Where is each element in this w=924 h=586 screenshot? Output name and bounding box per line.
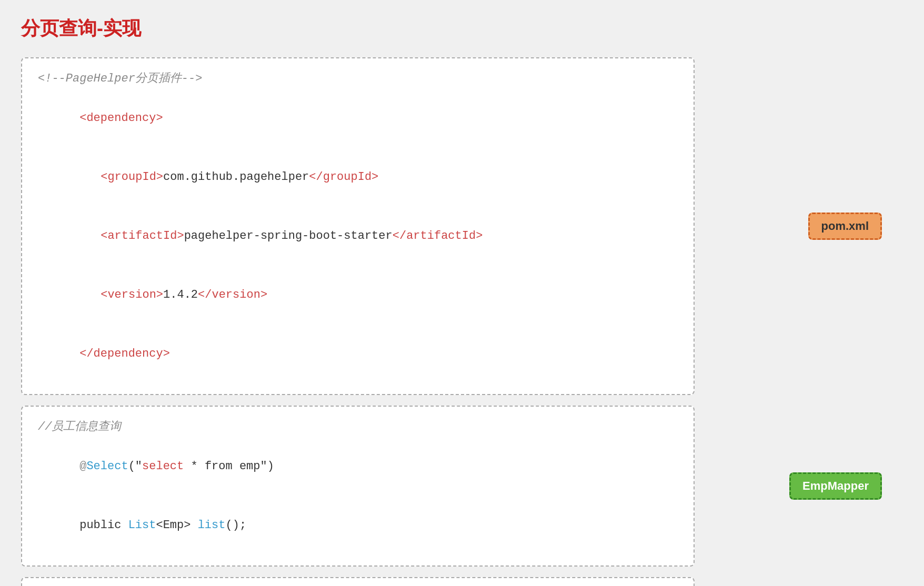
mapper-from-kw: from	[205, 460, 233, 473]
mapper-method-line: public List<Emp> list();	[38, 496, 678, 555]
pom-line-3: <artifactId>pagehelper-spring-boot-start…	[38, 207, 678, 266]
pom-line-1: <dependency>	[38, 88, 678, 147]
mapper-method-parens: ();	[225, 519, 246, 532]
pom-line-2: <groupId>com.github.pagehelper</groupId>	[38, 148, 678, 207]
mapper-emp: emp")	[233, 460, 274, 473]
pom-tag-groupid-close: </groupId>	[309, 170, 378, 184]
service-section: @Override public PageBean page(Integer p…	[21, 577, 903, 586]
pom-tag-dependency-open: <dependency>	[79, 112, 163, 125]
mapper-generics: <Emp>	[156, 519, 197, 532]
pom-line-5: </dependency>	[38, 325, 678, 383]
mapper-annotation-paren: ("	[128, 460, 142, 473]
pom-tag-artifactid-close: </artifactId>	[393, 229, 483, 243]
mapper-section: //员工信息查询 @Select("select * from emp") pu…	[21, 406, 903, 567]
pom-line-4: <version>1.4.2</version>	[38, 266, 678, 325]
pom-version-value: 1.4.2	[163, 288, 198, 301]
mapper-annotation-at: @	[79, 460, 86, 473]
mapper-space1: *	[184, 460, 205, 473]
pom-groupid-value: com.github.pagehelper	[163, 170, 309, 184]
pom-label: pom.xml	[808, 213, 882, 240]
mapper-code-block: //员工信息查询 @Select("select * from emp") pu…	[21, 406, 695, 567]
mapper-public: public	[79, 519, 128, 532]
service-code-block: @Override public PageBean page(Integer p…	[21, 577, 695, 586]
mapper-list-type: List	[128, 519, 156, 532]
pom-tag-dependency-close: </dependency>	[79, 347, 170, 360]
mapper-annotation-select: Select	[86, 460, 128, 473]
mapper-label: EmpMapper	[789, 472, 882, 500]
pom-tag-artifactid-open: <artifactId>	[101, 229, 184, 243]
mapper-annotation-line: @Select("select * from emp")	[38, 437, 678, 496]
page-title: 分页查询-实现	[21, 16, 903, 42]
pom-tag-version-open: <version>	[101, 288, 163, 301]
pom-tag-groupid-open: <groupId>	[101, 170, 163, 184]
pom-comment: <!--PageHelper分页插件-->	[38, 69, 678, 88]
mapper-select-kw: select	[142, 460, 184, 473]
mapper-method-name: list	[198, 519, 226, 532]
mapper-comment: //员工信息查询	[38, 417, 678, 437]
pom-code-block: <!--PageHelper分页插件--> <dependency> <grou…	[21, 57, 695, 395]
pom-tag-version-close: </version>	[198, 288, 267, 301]
pom-artifactid-value: pagehelper-spring-boot-starter	[184, 229, 393, 243]
pom-section: <!--PageHelper分页插件--> <dependency> <grou…	[21, 57, 903, 395]
